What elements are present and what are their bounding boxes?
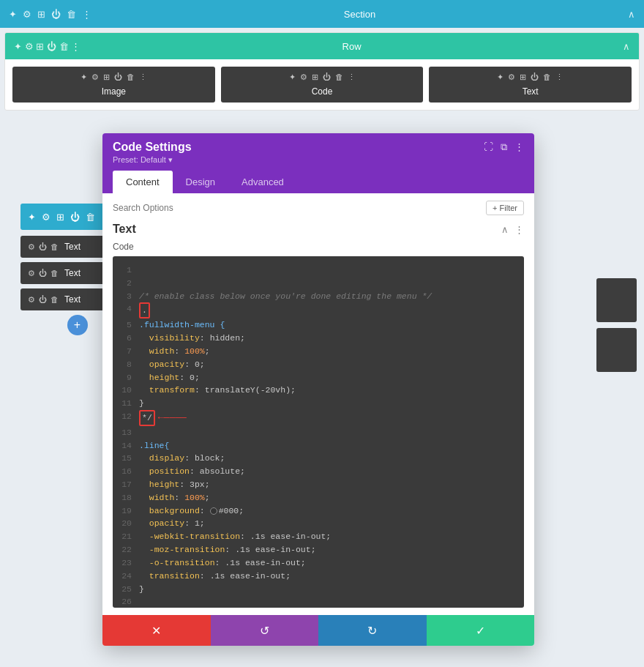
row-power-icon[interactable]: ⏻ bbox=[47, 41, 56, 52]
image-module-label: Image bbox=[102, 86, 126, 97]
img-more-icon[interactable]: ⋮ bbox=[139, 72, 147, 82]
lm1-settings-icon[interactable]: ⚙ bbox=[28, 242, 35, 252]
code-field-label: Code bbox=[113, 242, 524, 252]
code-line: 2 bbox=[120, 277, 517, 290]
tab-content[interactable]: Content bbox=[113, 171, 173, 193]
section-power-icon[interactable]: ⏻ bbox=[51, 9, 61, 20]
lm1-delete-icon[interactable]: 🗑 bbox=[50, 242, 59, 252]
text-section-title: Text bbox=[113, 223, 136, 236]
left-settings-icon[interactable]: ⚙ bbox=[42, 212, 50, 223]
dialog-title: Code Settings bbox=[113, 141, 192, 154]
code-line: 13 bbox=[120, 426, 517, 439]
dialog-body: + Filter Text ∧ ⋮ Code 1</span>23/* enab… bbox=[102, 193, 534, 615]
section-chevron-icon[interactable]: ∧ bbox=[628, 9, 635, 20]
text-power-icon[interactable]: ⏻ bbox=[531, 72, 539, 82]
code-module[interactable]: ✦ ⚙ ⊞ ⏻ 🗑 ⋮ Code bbox=[221, 67, 424, 103]
left-module-3-label: Text bbox=[64, 294, 80, 305]
img-settings-icon[interactable]: ⚙ bbox=[91, 72, 99, 82]
code-line: 18 width: 100%; bbox=[120, 491, 517, 504]
section-settings-icon[interactable]: ⚙ bbox=[23, 9, 31, 20]
lm2-settings-icon[interactable]: ⚙ bbox=[28, 269, 35, 278]
text-module-icons: ✦ ⚙ ⊞ ⏻ 🗑 ⋮ bbox=[497, 72, 564, 82]
code-line: 8 opacity: 0; bbox=[120, 358, 517, 371]
dialog-preset[interactable]: Preset: Default ▾ bbox=[113, 155, 524, 165]
text-delete-icon[interactable]: 🗑 bbox=[543, 72, 551, 82]
code-move-icon[interactable]: ✦ bbox=[289, 72, 296, 82]
code-line: 4. bbox=[120, 302, 517, 318]
redo-button[interactable]: ↻ bbox=[318, 615, 427, 646]
row-layout-icon[interactable]: ⊞ bbox=[36, 41, 44, 52]
modules-row: ✦ ⚙ ⊞ ⏻ 🗑 ⋮ Image ✦ ⚙ ⊞ ⏻ 🗑 ⋮ Code ✦ bbox=[5, 59, 639, 110]
dialog-tabs: Content Design Advanced bbox=[113, 171, 524, 193]
row-move-icon[interactable]: ✦ bbox=[14, 41, 22, 52]
code-line: 5.fullwidth-menu { bbox=[120, 318, 517, 332]
section-move-icon[interactable]: ✦ bbox=[9, 9, 17, 20]
search-row: + Filter bbox=[113, 201, 524, 215]
left-move-icon[interactable]: ✦ bbox=[28, 212, 36, 223]
lm2-power-icon[interactable]: ⏻ bbox=[39, 269, 47, 278]
add-module-button[interactable]: + bbox=[67, 315, 88, 335]
tab-advanced[interactable]: Advanced bbox=[228, 171, 297, 193]
left-power-icon[interactable]: ⏻ bbox=[70, 212, 80, 223]
section-bar: ✦ ⚙ ⊞ ⏻ 🗑 ⋮ Section ∧ bbox=[0, 0, 644, 28]
confirm-button[interactable]: ✓ bbox=[427, 615, 535, 646]
dialog-title-icons: ⛶ ⧉ ⋮ bbox=[484, 141, 524, 153]
lm3-power-icon[interactable]: ⏻ bbox=[39, 295, 47, 305]
section-layout-icon[interactable]: ⊞ bbox=[37, 9, 45, 20]
text-layout-icon[interactable]: ⊞ bbox=[520, 72, 526, 82]
section-delete-icon[interactable]: 🗑 bbox=[67, 9, 76, 20]
collapse-icon[interactable]: ∧ bbox=[501, 224, 509, 235]
lm3-settings-icon[interactable]: ⚙ bbox=[28, 295, 35, 305]
image-module[interactable]: ✦ ⚙ ⊞ ⏻ 🗑 ⋮ Image bbox=[12, 67, 215, 103]
code-editor[interactable]: 1</span>23/* enable class below once you… bbox=[113, 256, 524, 608]
code-settings-icon[interactable]: ⚙ bbox=[300, 72, 307, 82]
section-bar-icons: ✦ ⚙ ⊞ ⏻ 🗑 ⋮ bbox=[9, 9, 91, 20]
text-settings-icon[interactable]: ⚙ bbox=[508, 72, 515, 82]
undo-button[interactable]: ↺ bbox=[211, 615, 319, 646]
code-line: 1</span> bbox=[120, 264, 517, 277]
right-panel bbox=[596, 278, 637, 372]
row-chevron-icon[interactable]: ∧ bbox=[623, 41, 630, 52]
code-layout-icon[interactable]: ⊞ bbox=[312, 72, 318, 82]
tab-design[interactable]: Design bbox=[173, 171, 228, 193]
section-more-icon[interactable]: ⋮ bbox=[82, 9, 91, 20]
search-input[interactable] bbox=[113, 203, 486, 213]
img-layout-icon[interactable]: ⊞ bbox=[103, 72, 110, 82]
lm1-power-icon[interactable]: ⏻ bbox=[39, 242, 47, 252]
left-layout-icon[interactable]: ⊞ bbox=[56, 212, 64, 223]
code-delete-icon[interactable]: 🗑 bbox=[335, 72, 343, 82]
dialog-fullscreen-icon[interactable]: ⛶ bbox=[484, 141, 493, 153]
dialog-more-icon[interactable]: ⋮ bbox=[514, 141, 524, 153]
img-power-icon[interactable]: ⏻ bbox=[114, 72, 122, 82]
code-more-icon[interactable]: ⋮ bbox=[348, 72, 356, 82]
cancel-button[interactable]: ✕ bbox=[102, 615, 211, 646]
action-buttons: ✕ ↺ ↻ ✓ bbox=[102, 615, 534, 646]
filter-button[interactable]: + Filter bbox=[486, 201, 524, 215]
lm2-delete-icon[interactable]: 🗑 bbox=[50, 269, 59, 278]
text-more-icon[interactable]: ⋮ bbox=[555, 72, 564, 82]
left-module-2-label: Text bbox=[64, 268, 80, 278]
code-power-icon[interactable]: ⏻ bbox=[323, 72, 331, 82]
code-line: 14.line{ bbox=[120, 439, 517, 452]
code-line: 11} bbox=[120, 397, 517, 410]
code-line: 9 height: 0; bbox=[120, 371, 517, 384]
code-line: 22 -moz-transition: .1s ease-in-out; bbox=[120, 543, 517, 556]
row-delete-icon[interactable]: 🗑 bbox=[59, 41, 69, 52]
row-settings-icon[interactable]: ⚙ bbox=[25, 41, 34, 52]
section-actions: ∧ ⋮ bbox=[501, 224, 524, 235]
code-line: 7 width: 100%; bbox=[120, 345, 517, 358]
dialog-header: Code Settings ⛶ ⧉ ⋮ Preset: Default ▾ Co… bbox=[102, 133, 534, 193]
code-module-icons: ✦ ⚙ ⊞ ⏻ 🗑 ⋮ bbox=[289, 72, 356, 82]
row-more-icon[interactable]: ⋮ bbox=[71, 41, 80, 52]
img-move-icon[interactable]: ✦ bbox=[80, 72, 87, 82]
section-more-icon[interactable]: ⋮ bbox=[514, 224, 524, 235]
dialog-title-row: Code Settings ⛶ ⧉ ⋮ bbox=[113, 141, 524, 154]
code-line: 26 bbox=[120, 595, 517, 608]
text-move-icon[interactable]: ✦ bbox=[497, 72, 503, 82]
lm3-delete-icon[interactable]: 🗑 bbox=[50, 295, 59, 305]
code-line: 17 height: 3px; bbox=[120, 478, 517, 491]
img-delete-icon[interactable]: 🗑 bbox=[127, 72, 135, 82]
text-module[interactable]: ✦ ⚙ ⊞ ⏻ 🗑 ⋮ Text bbox=[429, 67, 632, 103]
dialog-split-icon[interactable]: ⧉ bbox=[501, 141, 507, 153]
left-delete-icon[interactable]: 🗑 bbox=[86, 212, 95, 223]
